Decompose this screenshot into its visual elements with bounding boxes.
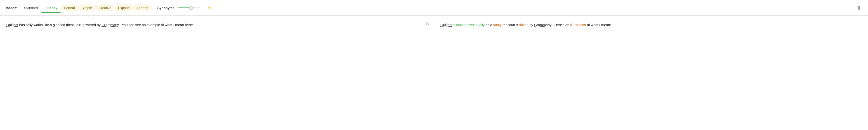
tab-creative[interactable]: Creative [96,4,115,11]
right-illustration: illustration [570,23,586,27]
left-panel-text: Quillbot basically works like a glorifie… [6,22,428,28]
right-driven: driven [519,23,528,27]
right-panel: Quillbot functions essentially as a fanc… [434,16,868,59]
content-area: ⁂ Quillbot basically works like a glorif… [0,16,868,59]
left-text-2: . You can see an example of what I mean … [120,23,193,27]
tab-shorten[interactable]: Shorten [133,4,151,11]
tab-fluency[interactable]: Fluency [41,4,61,11]
slider-thumb [189,6,193,10]
app-container: Modes: Standard Fluency Formal Simple Cr… [0,0,868,59]
right-grammarly: Grammarly [534,23,552,27]
right-functions-essentially: functions essentially [453,23,485,27]
right-text-3: thesaurus [502,23,519,27]
left-text-1: basically works like a glorified thesaur… [19,23,101,27]
right-quillbot: Quillbot [440,23,453,27]
right-text-5: . Here's an [553,23,570,27]
modes-label: Modes: [5,6,18,10]
synonyms-section: Synonyms: ♦ [157,5,210,10]
synonyms-slider[interactable] [178,7,205,8]
delete-button[interactable]: 🗑 [855,4,863,12]
toolbar: Modes: Standard Fluency Formal Simple Cr… [0,0,868,16]
right-text-2: as a [486,23,493,27]
right-text-6: of what I mean: [587,23,611,27]
diamond-icon: ♦ [208,5,210,10]
synonyms-label: Synonyms: [157,6,176,10]
asterisk-icon: ⁂ [425,20,430,28]
left-grammarly: Grammarly [101,23,119,27]
slider-track [178,7,200,8]
left-panel: ⁂ Quillbot basically works like a glorif… [0,16,434,59]
right-panel-text: Quillbot functions essentially as a fanc… [440,22,862,28]
right-fancy: fancy [493,23,502,27]
tab-formal[interactable]: Formal [61,4,78,11]
tab-expand[interactable]: Expand [115,4,133,11]
mode-tabs: Standard Fluency Formal Simple Creative … [21,4,151,11]
tab-simple[interactable]: Simple [79,4,95,11]
left-quillbot: Quillbot [6,23,18,27]
right-text-4: by [529,23,534,27]
tab-standard[interactable]: Standard [21,4,41,11]
